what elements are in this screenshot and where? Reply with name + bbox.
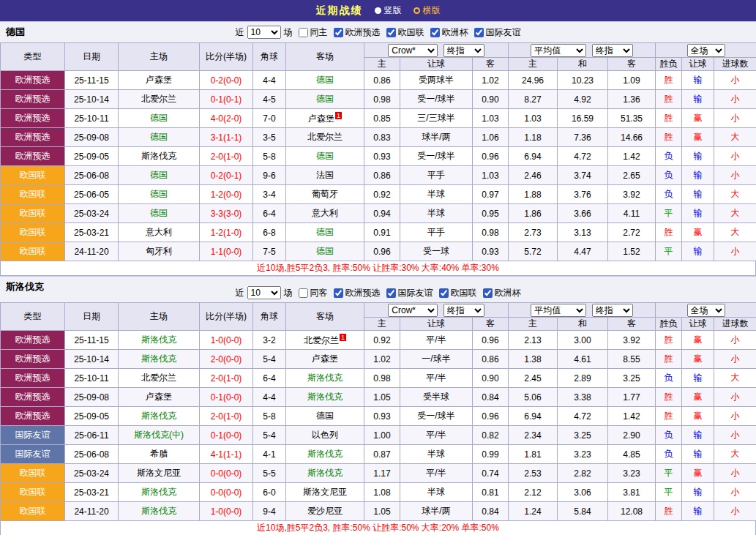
- checkbox-input[interactable]: [299, 28, 308, 37]
- subcol-odds-home: 主: [364, 58, 400, 71]
- match-date: 25-11-15: [65, 71, 119, 90]
- filter-checkbox[interactable]: 国际友谊: [474, 26, 522, 39]
- odds-away: 0.96: [473, 331, 509, 350]
- recent-count-select[interactable]: 10: [247, 26, 281, 39]
- competition-type: 欧洲预选: [1, 71, 65, 90]
- avg-home: 6.94: [509, 407, 558, 426]
- team-label: 卢森堡: [146, 75, 172, 85]
- checkbox-input[interactable]: [299, 288, 308, 298]
- result-wdl: 平: [656, 204, 682, 223]
- odds-handicap: 球半/两: [400, 128, 473, 147]
- match-row: 欧洲预选25-10-11德国4-0(2-0)7-0卢森堡10.85三/三球半1.…: [1, 109, 756, 128]
- checkbox-input[interactable]: [386, 28, 396, 37]
- avg-home: 5.72: [509, 242, 558, 261]
- layout-option-horizontal[interactable]: 横版: [413, 4, 441, 17]
- checkbox-input[interactable]: [474, 28, 484, 37]
- checkbox-input[interactable]: [430, 28, 440, 37]
- avg-draw: 3.23: [558, 445, 608, 464]
- odds-company-select[interactable]: Crow*: [388, 44, 438, 57]
- competition-type: 欧洲预选: [1, 331, 65, 350]
- avg-draw: 10.23: [558, 71, 608, 90]
- filter-checkbox[interactable]: 欧洲杯: [430, 26, 469, 39]
- competition-type: 欧洲预选: [1, 90, 65, 109]
- filter-text: 场: [284, 26, 293, 39]
- filter-checkbox[interactable]: 同主: [299, 26, 329, 39]
- corner-score: 5-4: [253, 350, 286, 369]
- avg-stage-select[interactable]: 终指: [592, 44, 633, 57]
- corner-score: 6-8: [253, 223, 286, 242]
- team-label: 北爱尔兰: [304, 335, 339, 345]
- avg-draw: 3.38: [558, 388, 608, 407]
- avg-away: 2.90: [608, 426, 656, 445]
- subcol-avg-home: 主: [509, 318, 558, 331]
- result-wdl: 平: [656, 464, 682, 483]
- odds-handicap: 一/球半: [400, 350, 473, 369]
- home-team: 北爱尔兰: [119, 369, 200, 388]
- checkbox-label: 国际友谊: [486, 26, 521, 39]
- competition-type: 欧洲预选: [1, 369, 65, 388]
- match-row: 欧国联25-03-21意大利1-2(1-0)6-8德国0.91平手0.982.7…: [1, 223, 756, 242]
- match-row: 欧国联25-03-21斯洛伐克0-0(0-0)6-0斯洛文尼亚1.08半球0.8…: [1, 483, 756, 502]
- odds-handicap: 受一/球半: [400, 90, 473, 109]
- match-date: 25-03-21: [65, 223, 119, 242]
- odds-stage-select[interactable]: 终指: [444, 304, 484, 317]
- avg-stage-select[interactable]: 终指: [592, 304, 633, 317]
- filter-checkbox[interactable]: 欧洲预选: [334, 287, 381, 299]
- section-header-germany: 德国 近10场同主欧洲预选欧国联欧洲杯国际友谊: [0, 21, 756, 42]
- avg-away: 3.81: [608, 483, 656, 502]
- away-team: 斯洛伐克: [286, 445, 364, 464]
- odds-handicap: 半球: [400, 483, 473, 502]
- filter-checkbox[interactable]: 欧洲杯: [483, 287, 522, 299]
- match-date: 25-09-05: [65, 407, 119, 426]
- team-label: 以色列: [312, 430, 338, 440]
- scope-select[interactable]: 全场: [687, 44, 725, 57]
- match-score: 0-0(0-0): [200, 464, 253, 483]
- filter-checkbox[interactable]: 同客: [299, 287, 329, 299]
- checkbox-input[interactable]: [439, 288, 449, 298]
- filter-checkbox[interactable]: 国际友谊: [386, 287, 434, 299]
- avg-draw: 3.00: [558, 331, 608, 350]
- avg-home: 8.27: [509, 90, 558, 109]
- match-row: 欧国联25-03-24德国3-3(3-0)6-4意大利0.94半球0.951.8…: [1, 204, 756, 223]
- team-label: 斯洛伐克: [141, 487, 176, 497]
- filter-checkbox[interactable]: 欧洲预选: [334, 26, 381, 39]
- checkbox-input[interactable]: [386, 288, 396, 298]
- filter-checkbox[interactable]: 欧国联: [386, 26, 425, 39]
- avg-draw: 4.61: [558, 350, 608, 369]
- match-row: 欧国联24-11-20斯洛伐克1-0(0-0)9-4爱沙尼亚1.05球半/两0.…: [1, 502, 756, 521]
- avg-away: 1.42: [608, 407, 656, 426]
- checkbox-label: 欧洲杯: [495, 287, 521, 299]
- recent-count-select[interactable]: 10: [247, 286, 281, 299]
- home-team: 卢森堡: [119, 388, 200, 407]
- result-wdl: 胜: [656, 350, 682, 369]
- avg-away: 1.77: [608, 388, 656, 407]
- filter-checkbox[interactable]: 欧国联: [439, 287, 478, 299]
- away-team: 斯洛伐克: [286, 369, 364, 388]
- odds-handicap: 受两球半: [400, 71, 473, 90]
- team-label: 斯洛伐克: [307, 449, 343, 459]
- corner-score: 4-1: [253, 445, 286, 464]
- match-date: 25-10-11: [65, 369, 119, 388]
- checkbox-input[interactable]: [334, 288, 343, 298]
- scope-select[interactable]: 全场: [687, 304, 725, 317]
- avg-type-select[interactable]: 平均值: [531, 304, 586, 317]
- team-label: 德国: [316, 94, 334, 104]
- away-team: 斯洛伐克: [286, 388, 364, 407]
- col-home: 主场: [119, 43, 200, 71]
- match-date: 24-11-20: [65, 242, 119, 261]
- result-handicap: 输: [682, 166, 714, 185]
- layout-option-vertical[interactable]: 竖版: [375, 4, 402, 17]
- result-wdl: 平: [656, 242, 682, 261]
- col-home: 主场: [119, 303, 200, 331]
- competition-type: 欧洲预选: [1, 407, 65, 426]
- odds-company-select[interactable]: Crow*: [388, 304, 438, 317]
- competition-type: 欧国联: [1, 166, 65, 185]
- avg-type-select[interactable]: 平均值: [531, 44, 586, 57]
- avg-away: 51.35: [608, 109, 656, 128]
- team-label: 卢森堡: [146, 392, 172, 402]
- checkbox-input[interactable]: [483, 288, 493, 298]
- odds-stage-select[interactable]: 终指: [444, 44, 484, 57]
- team-label: 德国: [316, 227, 334, 237]
- team-label: 德国: [150, 189, 168, 199]
- checkbox-input[interactable]: [334, 28, 343, 37]
